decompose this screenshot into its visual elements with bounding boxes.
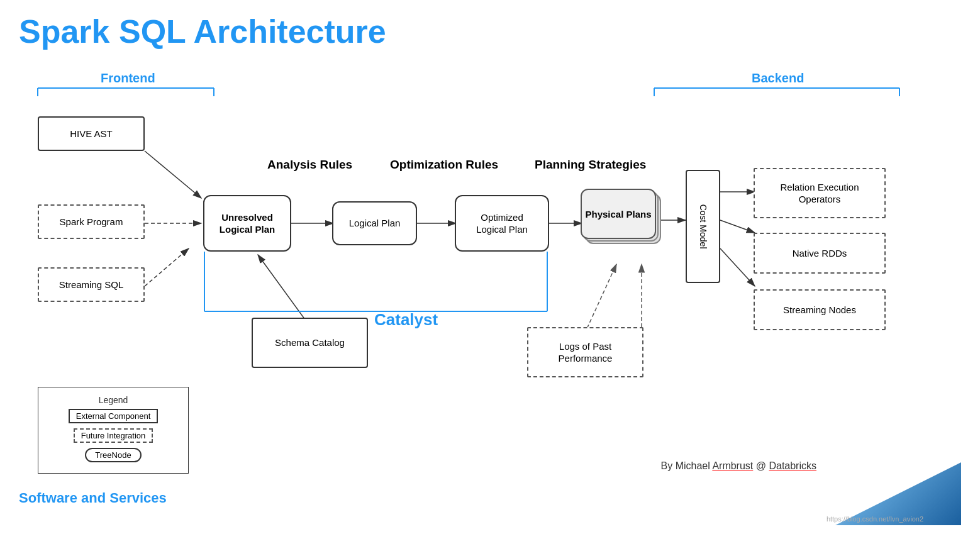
hive-ast-box: HIVE AST (38, 116, 145, 151)
catalyst-label: Catalyst (374, 310, 438, 330)
software-services-label: Software and Services (19, 490, 167, 506)
native-rdds-box: Native RDDs (754, 233, 886, 274)
attribution: By Michael Armbrust @ Databricks (661, 460, 816, 472)
logical-plan-box: Logical Plan (332, 201, 417, 245)
svg-line-17 (720, 220, 755, 233)
unresolved-logical-plan-box: Unresolved Logical Plan (203, 195, 291, 252)
legend-treenode-item: TreeNode (48, 448, 178, 462)
svg-line-18 (720, 248, 755, 286)
relation-execution-operators-box: Relation Execution Operators (754, 168, 886, 218)
databricks-name: Databricks (769, 460, 816, 471)
schema-catalog-box: Schema Catalog (252, 318, 368, 368)
legend-box: Legend External Component Future Integra… (38, 387, 189, 474)
backend-label: Backend (752, 71, 804, 86)
main-title: Spark SQL Architecture (19, 13, 961, 50)
legend-title: Legend (48, 395, 178, 405)
url-text: https://blog.csdn.net/lvn_avion2 (827, 515, 923, 523)
planning-strategies-label: Planning Strategies (535, 157, 646, 173)
svg-line-19 (258, 255, 308, 324)
frontend-label: Frontend (101, 71, 155, 86)
optimization-rules-label: Optimization Rules (390, 157, 498, 173)
physical-plans-box: Physical Plans (581, 189, 656, 239)
spark-program-box: Spark Program (38, 204, 145, 239)
logs-past-performance-box: Logs of Past Performance (527, 327, 643, 377)
cost-model-box: Cost Model (686, 170, 720, 283)
page-container: Spark SQL Architecture (0, 0, 980, 551)
diagram-area: Frontend Backend HIVE AST Spark Program … (19, 53, 961, 525)
svg-line-9 (145, 151, 201, 198)
analysis-rules-label: Analysis Rules (267, 157, 352, 173)
streaming-nodes-box: Streaming Nodes (754, 289, 886, 330)
optimized-logical-plan-box: Optimized Logical Plan (455, 195, 549, 252)
streaming-sql-box: Streaming SQL (38, 267, 145, 302)
legend-external-item: External Component (48, 409, 178, 423)
legend-future-item: Future Integration (48, 428, 178, 443)
svg-line-11 (145, 248, 189, 286)
armbrust-name: Armbrust (712, 460, 753, 471)
physical-plans-container: Physical Plans (581, 189, 659, 252)
